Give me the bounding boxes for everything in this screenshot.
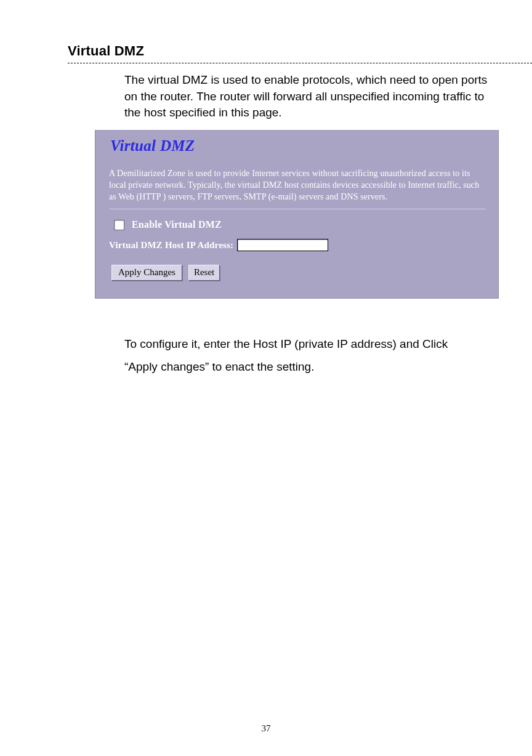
apply-changes-button[interactable]: Apply Changes [111, 265, 182, 281]
virtual-dmz-panel: Virtual DMZ A Demilitarized Zone is used… [95, 130, 499, 299]
reset-button[interactable]: Reset [188, 265, 220, 281]
panel-title: Virtual DMZ [110, 137, 486, 155]
heading-divider [68, 63, 532, 63]
outro-paragraph: To configure it, enter the Host IP (priv… [68, 333, 495, 377]
dmz-host-ip-input[interactable] [237, 239, 328, 251]
intro-paragraph: The virtual DMZ is used to enable protoc… [68, 72, 495, 121]
panel-divider [109, 209, 486, 209]
page-number: 37 [0, 723, 532, 734]
button-row: Apply Changes Reset [111, 265, 486, 281]
panel-description: A Demilitarized Zone is used to provide … [109, 168, 486, 203]
dmz-host-ip-label: Virtual DMZ Host IP Address: [109, 240, 233, 251]
enable-dmz-label: Enable Virtual DMZ [132, 219, 222, 230]
section-heading: Virtual DMZ [68, 43, 495, 59]
enable-dmz-checkbox[interactable] [114, 220, 124, 230]
enable-dmz-row: Enable Virtual DMZ [114, 219, 486, 230]
dmz-host-ip-row: Virtual DMZ Host IP Address: [109, 239, 486, 251]
